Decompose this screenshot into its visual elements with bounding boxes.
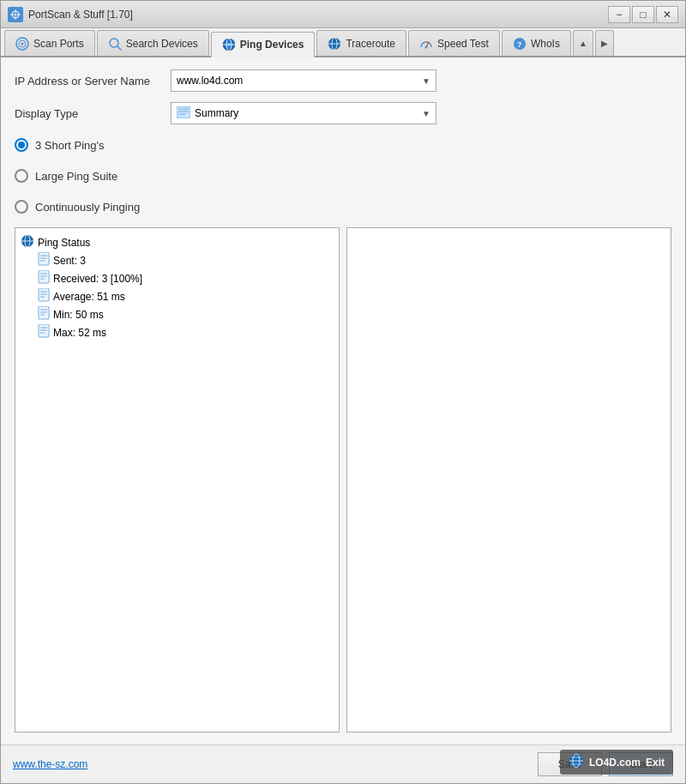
ping-item-3-icon: [38, 306, 50, 323]
radio-continuous-ping[interactable]: Continuously Pinging: [15, 196, 671, 217]
ip-address-value: www.lo4d.com: [177, 75, 422, 87]
window-controls: − □ ✕: [608, 6, 678, 23]
ip-address-row: IP Address or Server Name www.lo4d.com ▼: [15, 69, 671, 92]
ping-item-1-label: Received: 3 [100%]: [53, 273, 142, 285]
tab-traceroute-label: Traceroute: [346, 38, 395, 50]
display-type-dropdown[interactable]: Summary ▼: [171, 102, 436, 124]
watermark-globe-icon: [569, 753, 584, 771]
tab-scroll-button[interactable]: ▶: [595, 30, 614, 56]
tab-scan-ports[interactable]: Scan Ports: [4, 30, 95, 56]
ip-dropdown-arrow: ▼: [422, 76, 430, 86]
watermark: LO4D.com Exit: [560, 750, 673, 775]
ping-item-3-label: Min: 50 ms: [53, 309, 104, 321]
maximize-button[interactable]: □: [632, 6, 654, 23]
svg-point-6: [21, 42, 24, 45]
tab-scroll-icon: ▶: [601, 39, 608, 48]
app-icon: [8, 7, 23, 22]
tab-whois[interactable]: ? WhoIs: [502, 30, 571, 56]
ping-item-4-icon: [38, 324, 50, 341]
ping-status-label: Ping Status: [38, 237, 90, 249]
website-link[interactable]: www.the-sz.com: [13, 758, 87, 770]
tab-whois-label: WhoIs: [531, 38, 560, 50]
ping-status-children: Sent: 3 Received: 3 [100%]: [21, 251, 334, 341]
radio-large-ping-btn[interactable]: [15, 169, 28, 183]
bottom-left: www.the-sz.com: [13, 758, 87, 770]
radio-large-ping-label: Large Ping Suite: [35, 170, 117, 183]
title-bar: PortScan & Stuff [1.70] − □ ✕: [1, 1, 685, 28]
content-area: IP Address or Server Name www.lo4d.com ▼…: [1, 57, 685, 745]
panels-row: Ping Status Sent: 3: [15, 227, 671, 733]
whois-icon: ?: [513, 37, 527, 51]
search-devices-icon: [108, 37, 122, 51]
tab-ping-devices-label: Ping Devices: [240, 39, 304, 51]
minimize-button[interactable]: −: [608, 6, 630, 23]
ping-devices-icon: [222, 38, 236, 51]
display-dropdown-arrow: ▼: [422, 109, 430, 118]
window-title: PortScan & Stuff [1.70]: [28, 9, 608, 21]
close-button[interactable]: ✕: [656, 6, 678, 23]
ping-status-root: Ping Status: [21, 233, 334, 251]
tab-search-devices[interactable]: Search Devices: [97, 30, 209, 56]
exit-button[interactable]: Exit: [646, 757, 665, 769]
traceroute-icon: [328, 37, 341, 51]
radio-short-ping-btn[interactable]: [15, 138, 28, 152]
ping-item-4: Max: 52 ms: [38, 323, 334, 341]
ip-address-label: IP Address or Server Name: [15, 75, 160, 87]
ping-item-0: Sent: 3: [38, 251, 334, 269]
tab-scan-ports-label: Scan Ports: [33, 38, 84, 50]
ping-item-2-icon: [38, 288, 50, 305]
left-panel: Ping Status Sent: 3: [15, 227, 340, 733]
ping-item-1: Received: 3 [100%]: [38, 269, 334, 287]
radio-large-ping[interactable]: Large Ping Suite: [15, 166, 671, 186]
svg-line-8: [117, 46, 121, 50]
ping-item-0-icon: [38, 252, 50, 268]
svg-text:?: ?: [517, 40, 522, 49]
tab-speed-test-label: Speed Test: [437, 38, 489, 50]
svg-rect-22: [177, 106, 190, 118]
watermark-text: LO4D.com: [589, 757, 641, 769]
tab-traceroute[interactable]: Traceroute: [316, 30, 406, 56]
tab-ping-devices[interactable]: Ping Devices: [211, 32, 316, 57]
ip-address-dropdown[interactable]: www.lo4d.com ▼: [171, 69, 436, 92]
tab-speed-test[interactable]: Speed Test: [408, 30, 500, 56]
ping-item-2-label: Average: 51 ms: [53, 291, 125, 303]
svg-point-19: [425, 45, 428, 48]
tab-more-button[interactable]: ▲: [573, 30, 593, 56]
tab-search-devices-label: Search Devices: [126, 38, 198, 50]
display-type-icon: [177, 106, 190, 121]
ping-item-3: Min: 50 ms: [38, 305, 334, 323]
display-type-row: Display Type Summary ▼: [15, 102, 671, 124]
tab-more-icon: ▲: [579, 39, 587, 48]
ping-item-2: Average: 51 ms: [38, 287, 334, 305]
display-type-label: Display Type: [15, 107, 160, 120]
ping-status-root-icon: [21, 234, 34, 250]
radio-short-ping[interactable]: 3 Short Ping's: [15, 135, 671, 155]
scan-ports-icon: [15, 37, 29, 51]
ping-item-1-icon: [38, 270, 50, 286]
ping-item-0-label: Sent: 3: [53, 255, 86, 267]
tab-bar: Scan Ports Search Devices: [1, 28, 685, 57]
display-type-value: Summary: [195, 107, 422, 119]
radio-short-ping-label: 3 Short Ping's: [35, 139, 105, 152]
ping-item-4-label: Max: 52 ms: [53, 327, 106, 339]
speed-test-icon: [419, 37, 433, 51]
bottom-bar: www.the-sz.com Save Start LO4D.com Exit: [1, 745, 685, 783]
radio-continuous-ping-btn[interactable]: [15, 200, 28, 214]
right-panel: [346, 227, 671, 733]
radio-continuous-ping-label: Continuously Pinging: [35, 201, 140, 214]
